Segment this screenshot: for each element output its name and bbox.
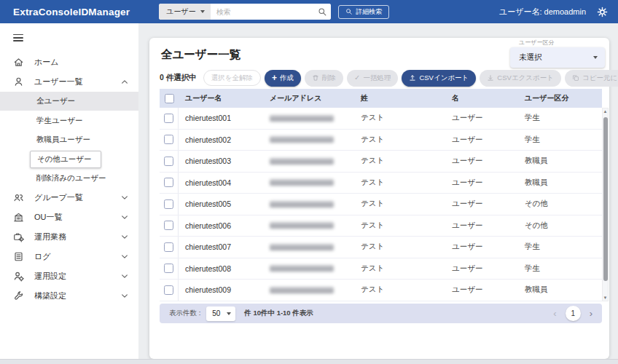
next-page-button[interactable]: › [590,308,592,319]
row-checkbox[interactable] [164,157,173,166]
sidebar-item-label: 全ユーザー [36,96,75,106]
cell-category: 学生 [525,242,602,252]
sidebar-item-group-list[interactable]: グループ一覧 [0,188,138,207]
row-checkbox[interactable] [164,199,173,209]
copy-icon [572,74,579,82]
cell-username: chierutest002 [179,135,270,144]
search-button[interactable] [313,4,331,20]
sidebar-item-home[interactable]: ホーム [0,52,138,72]
sidebar-item-label: その他ユーザー [30,151,101,168]
hamburger-icon [13,40,23,41]
check-icon: ✓ [354,74,360,82]
sidebar-item-label: ホーム [34,57,128,68]
account-label: ユーザー名: demoadmin [499,7,586,17]
sidebar-item-logs[interactable]: ログ [0,247,138,266]
row-checkbox[interactable] [164,114,173,123]
gear-icon [597,7,608,17]
sidebar-item-user-list[interactable]: ユーザー一覧 [0,72,138,92]
sidebar-item-operations[interactable]: 運用業務 [0,227,138,247]
select-all-checkbox[interactable] [165,94,174,103]
global-search: ユーザー [159,4,331,20]
cell-firstname: ユーザー [452,264,525,274]
row-checkbox[interactable] [164,285,173,295]
cell-category: 学生 [525,113,602,123]
trash-icon [312,74,319,82]
sidebar-item-label: 運用業務 [34,232,121,242]
cell-category: 教職員 [525,285,602,295]
page-size-label: 表示件数 : [169,309,200,318]
prev-page-button[interactable]: ‹ [553,308,556,319]
sidebar-subitem-all-users[interactable]: 全ユーザー [0,92,138,111]
settings-button[interactable] [597,7,608,17]
clear-selection-label: 選択を全解除 [211,74,253,83]
scroll-up-arrow[interactable]: ▲ [603,108,608,114]
menu-toggle-button[interactable] [0,23,34,47]
cell-username: chierutest006 [179,221,270,230]
advanced-search-button[interactable]: 詳細検索 [338,5,389,19]
advanced-search-label: 詳細検索 [356,7,382,17]
sidebar-nav: ホーム ユーザー一覧 全ユーザー 学生ユーザー 教職員ユーザー その他ユーザー [0,52,138,306]
row-checkbox[interactable] [164,221,173,230]
scroll-down-arrow[interactable]: ▼ [603,295,608,301]
search-input[interactable] [211,8,314,16]
table-row[interactable]: chierutest002 テスト ユーザー 学生 [160,130,602,151]
email-redacted [270,265,334,272]
sidebar-subitem-deleted-users[interactable]: 削除済みのユーザー [0,169,138,189]
sidebar-subitem-staff-users[interactable]: 教職員ユーザー [0,130,138,150]
create-from-copy-button[interactable]: コピー元にして作成 [565,70,618,87]
create-button[interactable]: + 作成 [265,70,301,87]
column-header-firstname: 名 [452,93,525,103]
scrollbar-thumb[interactable] [603,117,608,281]
user-table: ユーザー名 メールアドレス 姓 名 ユーザー区分 chierutest001 テ… [160,89,602,301]
home-icon [13,57,24,68]
cell-lastname: テスト [361,264,452,274]
search-scope-dropdown[interactable]: ユーザー [159,4,210,20]
delete-button[interactable]: 削除 [305,70,343,87]
cell-username: chierutest009 [179,285,270,294]
table-row[interactable]: chierutest005 テスト ユーザー その他 [160,194,602,215]
page-size-select[interactable]: 50 [206,306,235,321]
clear-selection-button[interactable]: 選択を全解除 [203,70,261,86]
sidebar-item-operation-settings[interactable]: 運用設定 [0,266,138,286]
cell-category: その他 [525,221,602,231]
csv-import-button[interactable]: CSVインポート [402,70,476,87]
row-checkbox[interactable] [164,264,173,273]
sidebar-item-ou-list[interactable]: OU一覧 [0,207,138,227]
cell-lastname: テスト [361,113,452,123]
page-number-button[interactable]: 1 [566,306,581,321]
people-icon [13,192,24,203]
result-range-text: 件 10件中 1-10 件表示 [244,309,313,318]
column-header-category: ユーザー区分 [525,93,602,103]
cell-lastname: テスト [361,242,452,252]
sidebar-item-label: 構築設定 [34,290,121,301]
table-row[interactable]: chierutest006 テスト ユーザー その他 [160,215,602,237]
table-row[interactable]: chierutest009 テスト ユーザー 教職員 [160,280,602,301]
table-row[interactable]: chierutest003 テスト ユーザー 教職員 [160,151,602,173]
row-checkbox[interactable] [164,135,173,144]
batch-process-button[interactable]: ✓ 一括処理 [347,70,398,87]
csv-export-button[interactable]: CSVエクスポート [480,70,561,87]
email-redacted [270,287,334,293]
table-row[interactable]: chierutest008 テスト ユーザー 学生 [160,258,602,280]
chevron-down-icon [121,254,128,259]
page-size-value: 50 [212,309,220,317]
table-footer: 表示件数 : 50 件 10件中 1-10 件表示 ‹ 1 › [160,304,602,323]
sidebar-item-build-settings[interactable]: 構築設定 [0,286,138,306]
table-row[interactable]: chierutest004 テスト ユーザー 教職員 [160,173,602,194]
main-panel: 全ユーザー一覧 ユーザー区分 未選択 0 件選択中 選択を全解除 + 作成 削除 [149,38,609,359]
sidebar: ホーム ユーザー一覧 全ユーザー 学生ユーザー 教職員ユーザー その他ユーザー [0,23,138,359]
row-checkbox[interactable] [164,178,173,187]
row-checkbox[interactable] [164,242,173,252]
table-row[interactable]: chierutest001 テスト ユーザー 学生 [160,108,602,130]
sidebar-subitem-other-users[interactable]: その他ユーザー [0,149,138,169]
user-category-filter: ユーザー区分 未選択 [510,39,605,68]
table-row[interactable]: chierutest007 テスト ユーザー 学生 [160,237,602,258]
table-scrollbar[interactable]: ▲ ▼ [602,108,609,301]
sidebar-subitem-student-users[interactable]: 学生ユーザー [0,111,138,130]
cell-username: chierutest008 [179,264,270,273]
batch-label: 一括処理 [363,74,391,83]
chevron-down-icon [121,234,128,240]
user-category-dropdown[interactable]: 未選択 [510,47,605,68]
briefcase-gear-icon [13,232,24,242]
cell-firstname: ユーザー [452,156,525,166]
